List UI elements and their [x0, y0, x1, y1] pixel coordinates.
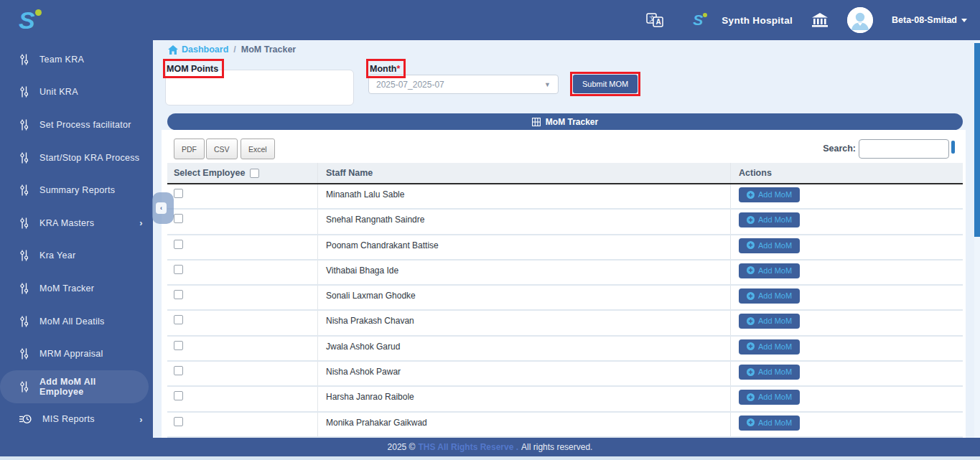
table-row: Minanath Lalu Sable Add MoM [167, 184, 963, 210]
logo-letter: S [19, 6, 35, 34]
row-checkbox[interactable] [174, 315, 183, 324]
export-csv-button[interactable]: CSV [206, 139, 238, 159]
employee-table: Select Employee Staff Name Actions Minan… [167, 163, 963, 438]
plus-circle-icon [747, 393, 755, 401]
row-checkbox[interactable] [174, 265, 183, 274]
user-menu[interactable]: Beta-08-Smitad [892, 15, 967, 25]
add-mom-button[interactable]: Add MoM [739, 416, 800, 431]
sidebar-item-add-mom-all-employee[interactable]: Add MoM All Employee [0, 370, 149, 403]
select-all-checkbox[interactable] [250, 169, 259, 178]
sliders-icon [19, 283, 29, 294]
mom-points-annotation-box: MOM Points [163, 59, 224, 78]
add-mom-button[interactable]: Add MoM [739, 187, 800, 202]
mini-scrollbar-thumb[interactable] [951, 141, 955, 154]
plus-circle-icon [747, 342, 755, 350]
sidebar-item-label: Team KRA [39, 55, 84, 65]
breadcrumb-current: MoM Tracker [241, 44, 296, 55]
app-logo[interactable]: S [19, 8, 35, 32]
sidebar-item-label: Set Process facilitator [39, 120, 131, 130]
chevron-right-icon: › [139, 414, 143, 425]
avatar[interactable] [847, 7, 873, 33]
add-mom-button[interactable]: Add MoM [739, 390, 800, 405]
sidebar-item-label: MoM All Deatils [39, 316, 105, 327]
add-mom-button[interactable]: Add MoM [739, 365, 800, 380]
table-header-row: Select Employee Staff Name Actions [167, 163, 963, 184]
sidebar-item-label: KRA Masters [39, 218, 94, 228]
export-pdf-button[interactable]: PDF [174, 139, 205, 159]
plus-circle-icon [747, 368, 755, 376]
row-checkbox[interactable] [174, 391, 183, 400]
table-row: Vithabai Bhaga Ide Add MoM [167, 260, 963, 286]
chevron-right-icon: › [139, 217, 143, 228]
plus-circle-icon [747, 266, 755, 274]
sidebar-item-unit-kra[interactable]: Unit KRA [0, 76, 153, 109]
sliders-icon [19, 217, 29, 229]
row-checkbox[interactable] [174, 290, 183, 299]
staff-name: Vithabai Bhaga Ide [326, 266, 398, 276]
required-asterisk: * [396, 64, 400, 74]
row-checkbox[interactable] [174, 189, 183, 198]
row-checkbox[interactable] [174, 341, 183, 350]
sidebar-item-label: Add MoM All Employee [39, 377, 139, 397]
page-scrollbar-track[interactable] [974, 40, 980, 438]
row-checkbox[interactable] [174, 366, 183, 375]
hospital-logo-dot [703, 13, 707, 17]
plus-circle-icon [747, 317, 755, 325]
bank-icon[interactable] [811, 12, 829, 28]
sliders-icon [19, 381, 29, 393]
sidebar-collapse-handle[interactable]: ‹ [152, 192, 174, 224]
sidebar-item-label: Start/Stop KRA Process [39, 153, 139, 163]
add-mom-button[interactable]: Add MoM [739, 339, 800, 355]
footer-link[interactable]: THS All Rights Reserve . [418, 442, 518, 452]
sidebar-item-summary-reports[interactable]: Summary Reports [0, 174, 153, 207]
sidebar-item-mis-reports[interactable]: MIS Reports › [0, 403, 153, 436]
sidebar-item-set-process-facilitator[interactable]: Set Process facilitator [0, 108, 153, 141]
panel-title-bar: MoM Tracker [167, 113, 963, 130]
sidebar-item-mom-tracker[interactable]: MoM Tracker [0, 272, 153, 305]
panel-title: MoM Tracker [546, 117, 598, 127]
sidebar: Team KRA Unit KRA Set Process facilitato… [0, 40, 153, 438]
table-row: Snehal Rangnath Saindre Add MoM [167, 210, 963, 235]
select-caret-icon: ▼ [544, 81, 551, 88]
add-mom-button[interactable]: Add MoM [739, 263, 800, 278]
table-card: PDF CSV Excel Search: Select Employee St… [162, 130, 966, 438]
search-label: Search: [816, 144, 856, 154]
sidebar-item-kra-masters[interactable]: KRA Masters › [0, 207, 153, 240]
table-row: Nisha Ashok Pawar Add MoM [167, 362, 963, 387]
row-checkbox[interactable] [174, 214, 183, 223]
sliders-icon [19, 152, 29, 164]
language-icon[interactable]: 文 A [645, 11, 664, 29]
submit-mom-button[interactable]: Submit MOM [573, 75, 638, 93]
page-scrollbar-thumb[interactable] [974, 43, 980, 237]
breadcrumb-home-label: Dashboard [182, 44, 228, 55]
add-mom-button[interactable]: Add MoM [739, 314, 800, 329]
staff-name-header-label: Staff Name [326, 168, 373, 178]
mom-points-label: MOM Points [167, 64, 218, 74]
sliders-icon [19, 184, 29, 196]
table-row: Monika Prahakar Gaikwad Add MoM [167, 413, 963, 438]
add-mom-button[interactable]: Add MoM [739, 238, 800, 253]
breadcrumb-separator: / [233, 44, 235, 55]
breadcrumb-dashboard-link[interactable]: Dashboard [168, 44, 228, 55]
plus-circle-icon [747, 418, 755, 426]
logo-dot [35, 9, 42, 16]
sidebar-item-start-stop-kra-process[interactable]: Start/Stop KRA Process [0, 141, 153, 174]
table-grid-icon [532, 118, 541, 126]
month-annotation-box: Month* [366, 59, 406, 78]
hospital-logo: S [693, 12, 703, 28]
sidebar-item-label: MoM Tracker [39, 283, 94, 294]
sidebar-item-team-kra[interactable]: Team KRA [0, 43, 153, 76]
breadcrumb: Dashboard / MoM Tracker [168, 44, 296, 55]
row-checkbox[interactable] [174, 417, 183, 426]
export-excel-button[interactable]: Excel [241, 139, 275, 159]
add-mom-button[interactable]: Add MoM [739, 212, 800, 227]
staff-name: Harsha Janrao Raibole [326, 392, 414, 402]
row-checkbox[interactable] [174, 240, 183, 249]
search-input[interactable] [859, 139, 949, 159]
sidebar-item-mom-all-details[interactable]: MoM All Deatils [0, 305, 153, 338]
sidebar-item-mrm-appraisal[interactable]: MRM Appraisal [0, 337, 153, 370]
add-mom-button[interactable]: Add MoM [739, 288, 800, 304]
history-icon [19, 413, 32, 425]
plus-circle-icon [747, 241, 755, 249]
sidebar-item-kra-year[interactable]: Kra Year [0, 240, 153, 273]
